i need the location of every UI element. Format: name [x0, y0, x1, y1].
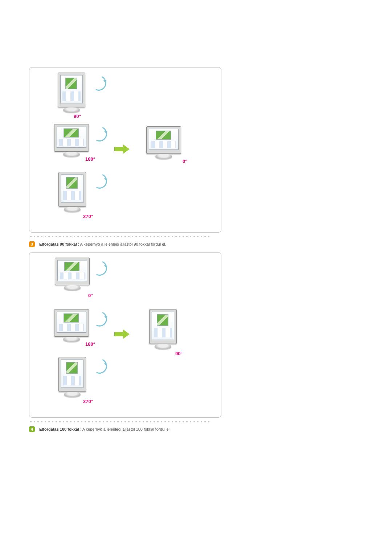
rotate-arc-icon — [90, 124, 109, 144]
degree-label-180: 180° — [85, 342, 95, 346]
big-arrow-icon — [114, 329, 130, 339]
rotate-arc-icon — [90, 356, 109, 376]
step-3-line: 3 Elforgatás 90 fokkal : A képernyő a je… — [29, 241, 363, 247]
rotation-illustration-set-1: 90° 180° 0° 270° — [29, 67, 221, 233]
dotted-separator — [29, 235, 210, 238]
monitor-landscape-180 — [54, 124, 89, 152]
step-4-title: Elforgatás 180 fokkal — [39, 427, 79, 431]
degree-label-270: 270° — [83, 214, 93, 219]
monitor-portrait-90 — [58, 73, 85, 107]
rotation-illustration-set-2: 0° 180° 90° 270° — [29, 252, 221, 418]
step-3-title: Elforgatás 90 fokkal — [39, 242, 77, 246]
degree-label-90: 90° — [74, 114, 81, 119]
step-4-line: 4 Elforgatás 180 fokkal : A képernyő a j… — [29, 426, 363, 432]
monitor-landscape-180 — [54, 309, 89, 337]
big-arrow-icon — [114, 144, 130, 154]
monitor-landscape-0-result — [146, 126, 181, 154]
monitor-landscape-0 — [55, 258, 90, 285]
step-number-badge-3: 3 — [29, 241, 35, 247]
degree-label-90: 90° — [175, 351, 183, 356]
step-3-text: Elforgatás 90 fokkal : A képernyő a jele… — [39, 242, 166, 246]
document-page: 90° 180° 0° 270° 3 Elforgatás 90 fokkal … — [0, 0, 392, 481]
rotate-arc-icon — [90, 258, 109, 278]
monitor-portrait-270 — [58, 357, 86, 392]
dotted-separator — [29, 420, 210, 423]
rotate-arc-icon — [89, 73, 109, 93]
degree-label-270: 270° — [83, 399, 93, 404]
rotate-arc-icon — [90, 309, 109, 329]
degree-label-180: 180° — [85, 157, 95, 161]
monitor-portrait-90-result — [149, 309, 177, 344]
step-4-text: Elforgatás 180 fokkal : A képernyő a jel… — [39, 427, 171, 431]
degree-label-0: 0° — [88, 293, 93, 298]
degree-label-0: 0° — [183, 159, 187, 164]
rotate-arc-icon — [90, 171, 109, 191]
monitor-portrait-270 — [58, 172, 86, 207]
step-number-badge-4: 4 — [29, 426, 35, 432]
